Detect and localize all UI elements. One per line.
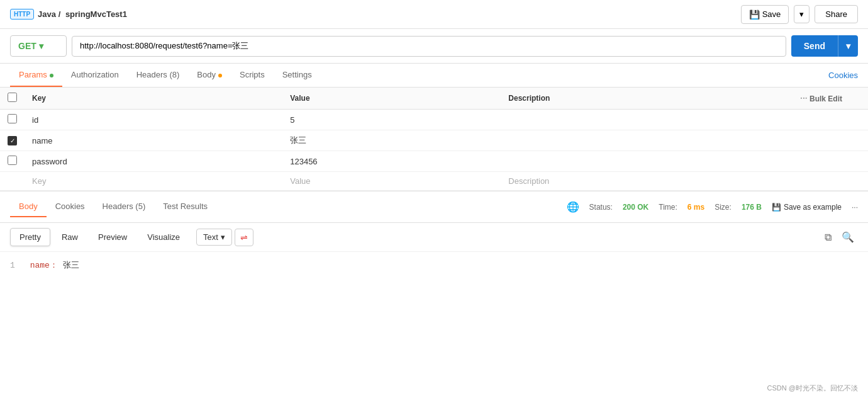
search-button[interactable]: 🔍: [838, 229, 858, 246]
time-value: 6 ms: [687, 203, 704, 212]
method-label: GET: [18, 41, 36, 51]
desc-cell-name: [501, 130, 793, 151]
view-tab-visualize-label: Visualize: [147, 232, 180, 242]
size-value: 176 B: [742, 203, 762, 212]
row-checkbox-password[interactable]: [8, 156, 17, 165]
header-right: 💾 Save ▾ Share: [741, 5, 858, 24]
response-tab-test-results[interactable]: Test Results: [154, 196, 216, 217]
key-cell-id: id: [25, 110, 282, 130]
response-tab-cookies-label: Cookies: [55, 202, 85, 211]
url-bar: GET ▾ Send ▾: [0, 29, 868, 64]
bulk-edit-button[interactable]: Bulk Edit: [810, 94, 842, 103]
row-checkbox-name[interactable]: [8, 136, 17, 145]
tab-scripts[interactable]: Scripts: [231, 64, 274, 87]
tab-headers[interactable]: Headers (8): [128, 64, 189, 87]
send-label: Send: [791, 35, 838, 57]
cookies-link[interactable]: Cookies: [828, 64, 858, 86]
params-dot: [50, 74, 53, 77]
share-button[interactable]: Share: [815, 5, 858, 23]
response-tab-body-label: Body: [19, 202, 38, 211]
tab-authorization-label: Authorization: [71, 70, 119, 79]
save-icon: 💾: [749, 9, 760, 20]
breadcrumb-prefix: Java /: [38, 9, 60, 19]
globe-icon: 🌐: [567, 201, 579, 213]
url-input[interactable]: [72, 36, 786, 57]
desc-cell-id: [501, 110, 793, 130]
chevron-down-icon: ▾: [799, 9, 804, 19]
tab-params-label: Params: [19, 70, 47, 79]
tab-settings[interactable]: Settings: [274, 64, 321, 87]
more-options-icon[interactable]: ···: [852, 203, 858, 212]
new-value-placeholder[interactable]: Value: [282, 172, 501, 191]
breadcrumb: Java / springMvcTest1: [38, 9, 127, 19]
line-number: 1: [10, 261, 15, 270]
description-column-header: Description: [501, 88, 793, 110]
response-tab-headers[interactable]: Headers (5): [94, 196, 155, 217]
response-tab-cookies[interactable]: Cookies: [47, 196, 94, 217]
desc-cell-password: [501, 151, 793, 172]
save-dropdown-button[interactable]: ▾: [794, 5, 810, 23]
tab-params[interactable]: Params: [10, 64, 62, 87]
response-tab-body[interactable]: Body: [10, 196, 47, 217]
format-label: Text: [203, 232, 218, 242]
body-dot: [218, 74, 222, 77]
response-bar: Body Cookies Headers (5) Test Results 🌐 …: [0, 191, 868, 223]
new-desc-placeholder[interactable]: Description: [501, 172, 793, 191]
key-cell-password: password: [25, 151, 282, 172]
view-tab-raw[interactable]: Raw: [53, 229, 87, 246]
response-status: 🌐 Status: 200 OK Time: 6 ms Size: 176 B …: [567, 201, 858, 213]
search-icon: 🔍: [842, 232, 854, 242]
request-tabs: Params Authorization Headers (8) Body Sc…: [0, 64, 868, 88]
table-row: id 5: [0, 110, 868, 130]
value-cell-id: 5: [282, 110, 501, 130]
view-tab-preview[interactable]: Preview: [89, 229, 136, 246]
view-tab-preview-label: Preview: [98, 232, 127, 242]
tab-body-label: Body: [197, 70, 216, 79]
tab-scripts-label: Scripts: [240, 70, 265, 79]
format-select[interactable]: Text ▾: [196, 229, 232, 246]
table-row: name 张三: [0, 130, 868, 151]
wrap-button[interactable]: ⇌: [235, 229, 253, 246]
response-tab-test-results-label: Test Results: [163, 202, 208, 211]
code-key: name：: [30, 261, 58, 270]
cookies-label: Cookies: [828, 71, 858, 80]
size-label: Size:: [715, 203, 732, 212]
response-tabs: Body Cookies Headers (5) Test Results: [10, 196, 216, 217]
table-row: password 123456: [0, 151, 868, 172]
save-button[interactable]: 💾 Save: [741, 5, 789, 24]
view-tab-raw-label: Raw: [62, 232, 78, 242]
view-tabs: Pretty Raw Preview Visualize Text ▾ ⇌ ⧉ …: [0, 223, 868, 252]
view-tab-pretty-label: Pretty: [19, 232, 41, 242]
method-select[interactable]: GET ▾: [10, 35, 67, 57]
page-title: springMvcTest1: [65, 9, 127, 19]
tab-authorization[interactable]: Authorization: [62, 64, 128, 87]
save-as-example-button[interactable]: 💾 Save as example: [772, 203, 842, 212]
code-output: 1 name： 张三: [0, 252, 868, 278]
copy-button[interactable]: ⧉: [821, 229, 835, 246]
value-column-header: Value: [282, 88, 501, 110]
send-button[interactable]: Send ▾: [791, 35, 858, 57]
send-dropdown-icon[interactable]: ▾: [838, 35, 858, 57]
save-icon: 💾: [772, 203, 781, 212]
format-chevron-icon: ▾: [221, 232, 225, 242]
header-left: HTTP Java / springMvcTest1: [10, 9, 127, 20]
code-line: 1 name： 张三: [10, 259, 858, 271]
view-tab-visualize[interactable]: Visualize: [138, 229, 189, 246]
code-value: 张三: [63, 261, 79, 270]
response-tab-headers-label: Headers (5): [103, 202, 146, 211]
view-tab-pretty[interactable]: Pretty: [10, 228, 50, 246]
tab-settings-label: Settings: [282, 70, 312, 79]
key-cell-name: name: [25, 130, 282, 151]
value-cell-name: 张三: [282, 130, 501, 151]
row-checkbox-id[interactable]: [8, 114, 17, 123]
value-cell-password: 123456: [282, 151, 501, 172]
wrap-icon: ⇌: [240, 232, 248, 242]
params-table-section: Key Value Description ··· Bulk Edit id 5: [0, 88, 868, 191]
select-all-checkbox[interactable]: [8, 93, 17, 102]
method-chevron-icon: ▾: [39, 41, 43, 51]
new-key-placeholder[interactable]: Key: [25, 172, 282, 191]
watermark: CSDN @时光不染。回忆不淡: [767, 384, 858, 393]
tab-body[interactable]: Body: [188, 64, 231, 87]
params-table: Key Value Description ··· Bulk Edit id 5: [0, 88, 868, 191]
more-options-icon[interactable]: ···: [800, 93, 808, 103]
